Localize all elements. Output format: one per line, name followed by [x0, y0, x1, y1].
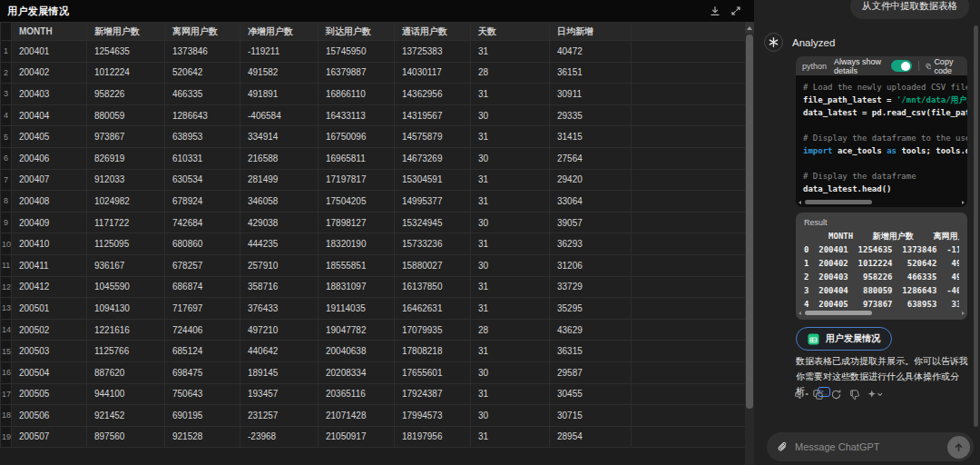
send-arrow-icon [953, 441, 965, 453]
table-cell: 1125766 [87, 341, 165, 362]
details-toggle[interactable] [891, 60, 912, 72]
table-cell: 638953 [165, 126, 240, 148]
table-row[interactable]: 6200406826919610331216588169658111467326… [1, 147, 746, 169]
table-row[interactable]: 1820050692145269019523125721071428179945… [1, 405, 746, 427]
code-block: python Always show details Copy code # L… [796, 56, 967, 207]
code-scrollbar-thumb[interactable] [805, 200, 872, 204]
result-label: Result [796, 213, 967, 230]
code-horizontal-scrollbar[interactable] [796, 197, 967, 207]
scroll-left-arrow[interactable] [799, 312, 801, 315]
expand-icon[interactable] [730, 5, 741, 16]
code-line: data_latest.head() [803, 183, 960, 195]
column-header[interactable]: 日均新增 [550, 23, 632, 41]
column-header[interactable]: 到达用户数 [318, 23, 395, 41]
table-cell: 880059 [87, 104, 165, 126]
triangle-up-icon [747, 26, 752, 30]
code-line: # Display the dataframe to the user [803, 132, 960, 144]
table-cell: 28 [471, 319, 550, 341]
app-window: 用户发展情况 MONTH新增用户数离网用户数净增用户数到达用户数通话用户数天数日… [0, 0, 980, 465]
table-row[interactable]: 1020041011250956808604442351832019015733… [1, 233, 746, 255]
table-cell: 33064 [550, 191, 632, 213]
scroll-left-arrow[interactable] [799, 201, 801, 204]
table-cell: 18197956 [395, 426, 471, 448]
table-vertical-scrollbar[interactable] [745, 22, 754, 465]
column-header[interactable]: MONTH [12, 23, 87, 41]
scrollbar-thumb[interactable] [746, 35, 753, 409]
read-aloud-icon[interactable] [794, 389, 806, 401]
table-cell: 717697 [165, 298, 240, 320]
table-cell: 43629 [550, 319, 632, 341]
thumbs-down-icon[interactable] [848, 389, 860, 401]
copy-icon[interactable] [812, 389, 824, 401]
table-row[interactable]: 5200405973867638953334914167500961457587… [1, 126, 746, 148]
table-cell: 30 [471, 104, 550, 126]
table-row[interactable]: 7200407912033630534281499171978171530459… [1, 169, 746, 191]
table-row[interactable]: 8200408102498267892434605817504205149953… [1, 191, 746, 213]
table-cell: 520642 [165, 62, 240, 84]
table-row[interactable]: 1420050212216167244064972101904778217079… [1, 319, 746, 341]
table-cell: 1373846 [165, 41, 240, 63]
table-cell: 30 [471, 405, 550, 427]
code-line [803, 157, 960, 170]
scroll-up-button[interactable] [745, 22, 754, 34]
table-cell: 200405 [12, 126, 87, 148]
table-row[interactable]: 19200507897560921528-2396821050917181979… [1, 426, 746, 448]
model-switch-icon[interactable] [867, 389, 884, 401]
empty-cell [632, 104, 746, 126]
row-number: 4 [1, 104, 12, 126]
empty-cell [632, 341, 746, 362]
table-cell: 31 [471, 84, 550, 105]
attach-file-icon[interactable] [777, 441, 789, 453]
column-header[interactable]: 离网用户数 [165, 23, 240, 41]
row-number: 15 [1, 341, 12, 362]
table-cell: 31 [471, 41, 550, 63]
table-cell: 20365116 [318, 383, 395, 405]
table-cell: 17924387 [395, 383, 471, 405]
table-row[interactable]: 2200402101222452064249158216379887140301… [1, 62, 746, 84]
message-composer[interactable] [767, 432, 974, 461]
result-horizontal-scrollbar[interactable] [796, 308, 967, 318]
table-cell: 14673269 [395, 147, 471, 169]
send-button[interactable] [947, 436, 970, 459]
openai-logo-icon [768, 36, 779, 48]
message-input[interactable] [795, 441, 947, 452]
column-header[interactable]: 天数 [471, 23, 550, 41]
scroll-right-arrow[interactable] [962, 312, 965, 315]
table-row[interactable]: 1120041193616767825725791018555851158800… [1, 254, 746, 276]
table-row[interactable]: 9200409117172274268442903817898127153249… [1, 212, 746, 233]
result-scrollbar-thumb[interactable] [805, 311, 872, 315]
regenerate-icon[interactable] [830, 389, 842, 401]
download-icon[interactable] [710, 5, 720, 16]
table-row[interactable]: 1620050488762069847518914520208334176556… [1, 361, 746, 383]
table-cell: -23968 [240, 426, 318, 448]
file-chip[interactable]: 用户发展情况 [796, 327, 892, 351]
analyzed-label[interactable]: Analyzed [792, 37, 835, 48]
table-cell: 17898127 [318, 212, 395, 233]
column-header[interactable]: 新增用户数 [87, 23, 165, 41]
copy-code-button[interactable]: Copy code [926, 57, 962, 75]
table-cell: 1125095 [87, 233, 165, 255]
table-cell: 491582 [240, 62, 318, 84]
table-cell: 376433 [240, 298, 318, 320]
table-cell: 28 [471, 62, 550, 84]
table-row[interactable]: 1320050110941307176973764331911403516462… [1, 298, 746, 320]
scroll-right-arrow[interactable] [962, 201, 965, 204]
table-row[interactable]: 1520050311257666851244406422004063817808… [1, 341, 746, 362]
table-cell: 200406 [12, 147, 87, 169]
table-row[interactable]: 42004048800591286643-4065841643311314319… [1, 104, 746, 126]
chat-scrollbar[interactable] [974, 25, 978, 427]
column-header[interactable]: 净增用户数 [240, 23, 318, 41]
chat-panel: 从文件中提取数据表格 Analyzed python Always show d… [754, 0, 980, 465]
table-cell: 17197817 [318, 169, 395, 191]
table-row[interactable]: 3200403958226466335491891168661101436295… [1, 84, 746, 105]
table-row[interactable]: 120040112546351373846-119211157459501372… [1, 41, 746, 63]
column-header[interactable]: 通话用户数 [395, 23, 471, 41]
table-row[interactable]: 1720050594410075064319345720365116179243… [1, 383, 746, 405]
table-cell: 33729 [550, 276, 632, 298]
table-cell: 19114035 [318, 298, 395, 320]
code-line: file_path_latest = '/mnt/data/用户发展情况. [803, 94, 960, 106]
empty-cell [632, 212, 746, 233]
empty-cell [632, 147, 746, 169]
table-cell: 15304591 [395, 169, 471, 191]
table-row[interactable]: 1220041210455906868743587161883109716137… [1, 276, 746, 298]
